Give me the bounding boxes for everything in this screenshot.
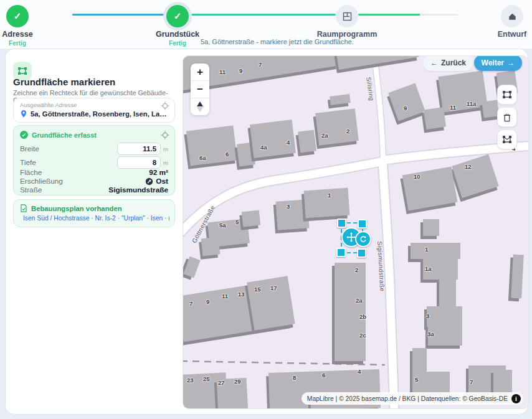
step-subtitle: 5a, Göttnerstraße - markiere jetzt die G… (201, 38, 354, 45)
next-button[interactable]: Weiter → (474, 55, 522, 71)
step-adresse-label: Adresse (0, 30, 52, 39)
house-number-label: 1a (425, 265, 432, 272)
house-number-label: 3 (287, 203, 290, 210)
map-attribution: MapLibre | © 2025 basemap.de / BKG | Dat… (302, 392, 523, 405)
bplan-link[interactable]: Isen Süd / Hochstrasse · Nr. Is-2 · "Urp… (20, 215, 169, 222)
house-number-label: 2a (321, 132, 328, 139)
house-number-label: 2c (359, 332, 366, 339)
selection-handle-nw[interactable] (337, 219, 346, 228)
house-number-label: 6a (199, 154, 206, 161)
crosshair-icon[interactable] (161, 101, 169, 110)
house-number-label: 11 (450, 104, 456, 111)
breite-unit: m (163, 146, 168, 153)
step-adresse[interactable]: ✓ (6, 5, 29, 27)
delete-tool-button[interactable] (497, 107, 517, 127)
house-number-label: 2 (346, 128, 349, 134)
house-number-label: 5a (219, 222, 226, 228)
house-number-label: 12 (465, 163, 472, 170)
stepper-connector-3 (358, 14, 458, 16)
panel-title: Grundfläche markieren (13, 77, 115, 87)
document-check-icon (20, 204, 27, 212)
house-number-label: 2 (355, 266, 358, 273)
tiefe-unit: m (163, 159, 168, 166)
stepper-bar: ✓ Adresse Fertig ✓ Grundstück Fertig Rau… (0, 0, 532, 49)
zoom-control: + − (191, 64, 209, 115)
map-building (411, 243, 460, 259)
polygon-icon (502, 134, 512, 144)
address-label: Ausgewählte Adresse (20, 101, 77, 108)
field-breite-label: Breite (20, 144, 39, 153)
house-number-label: 9 (404, 105, 407, 111)
rotate-handle[interactable] (355, 231, 371, 247)
capture-status: Grundfläche erfasst (32, 131, 97, 139)
step-entwurf-label: Entwurf (478, 30, 532, 39)
field-tiefe-label: Tiefe (20, 158, 36, 167)
map-building (427, 306, 462, 327)
selection-handle-sw[interactable] (336, 248, 346, 257)
check-icon: ✓ (14, 11, 22, 22)
compass-arrow-icon (145, 177, 153, 186)
map-pin-icon (20, 110, 27, 118)
compass-button[interactable] (191, 98, 209, 115)
crosshair-icon[interactable] (161, 131, 169, 139)
compass-south-icon (197, 107, 203, 112)
map-building (439, 280, 456, 307)
grundflaeche-card: ✓ Grundfläche erfasst Breite m (13, 125, 175, 195)
rotate-icon (359, 235, 367, 243)
house-number-label: 17 (270, 285, 277, 291)
selection-handle-ne[interactable] (358, 219, 367, 228)
map-building (298, 130, 316, 153)
house-number-label: 9 (206, 298, 209, 305)
house-number-label: 11a (467, 100, 476, 107)
house-number-label: 1 (328, 192, 331, 199)
rectangle-select-icon (502, 90, 512, 100)
select-area-icon (17, 66, 27, 76)
map-building (438, 70, 487, 112)
step-grundstueck[interactable]: ✓ (166, 5, 189, 27)
house-number-label: 27 (218, 379, 225, 386)
flaeche-value: 92 m² (149, 168, 168, 177)
house-number-label: 6 (322, 372, 325, 379)
address-card[interactable]: Ausgewählte Adresse 5a, Göttnerstraße, R… (13, 98, 175, 123)
draw-polygon-tool-button[interactable] (497, 129, 517, 149)
map-building (412, 348, 427, 372)
house-number-label: 29 (234, 378, 241, 385)
zoom-in-button[interactable]: + (191, 64, 209, 81)
field-strasse-label: Straße (20, 186, 42, 194)
house-number-label: 2a (356, 297, 363, 304)
back-arrow-icon: ← (430, 59, 438, 67)
house-number-label: 15 (254, 286, 261, 293)
map-building (242, 210, 260, 227)
selection-handle-se[interactable] (357, 248, 366, 258)
info-icon[interactable]: i (511, 394, 521, 403)
step-raumprogramm-label: Raumprogramm (313, 30, 381, 39)
field-flaeche-label: Fläche (20, 168, 42, 177)
house-number-label: 10 (414, 173, 420, 180)
map-building (304, 188, 350, 219)
bebauungsplan-card: Bebauungsplan vorhanden Isen Süd / Hochs… (13, 199, 175, 227)
home-icon (508, 12, 517, 21)
house-number-label: 4a (260, 144, 267, 151)
zoom-out-button[interactable]: − (191, 81, 209, 98)
house-number-label: 13 (238, 291, 245, 298)
map-building (335, 263, 366, 361)
draw-rectangle-tool-button[interactable] (497, 85, 517, 105)
attribution-text: MapLibre | © 2025 basemap.de / BKG | Dat… (307, 395, 508, 402)
house-number-label: 3 (426, 313, 429, 319)
house-number-label: 1 (425, 246, 428, 253)
trash-icon (503, 113, 511, 122)
house-number-label: 8 (293, 374, 296, 381)
tiefe-input[interactable] (117, 156, 161, 169)
back-button[interactable]: ← Zurück (423, 55, 473, 71)
check-circle-icon: ✓ (20, 131, 28, 139)
step-entwurf[interactable] (501, 5, 523, 27)
map-building (186, 126, 237, 166)
compass-north-icon (197, 101, 203, 106)
map-canvas[interactable]: 311976a64a42a291111a121045a53111a33a5722… (183, 55, 529, 409)
map-building (315, 108, 359, 145)
house-number-label: 11 (219, 68, 226, 75)
left-panel: Grundfläche markieren Zeichne ein Rechte… (6, 49, 183, 414)
check-icon: ✓ (174, 11, 182, 22)
step-raumprogramm[interactable] (336, 5, 358, 27)
breite-input[interactable] (117, 143, 161, 155)
